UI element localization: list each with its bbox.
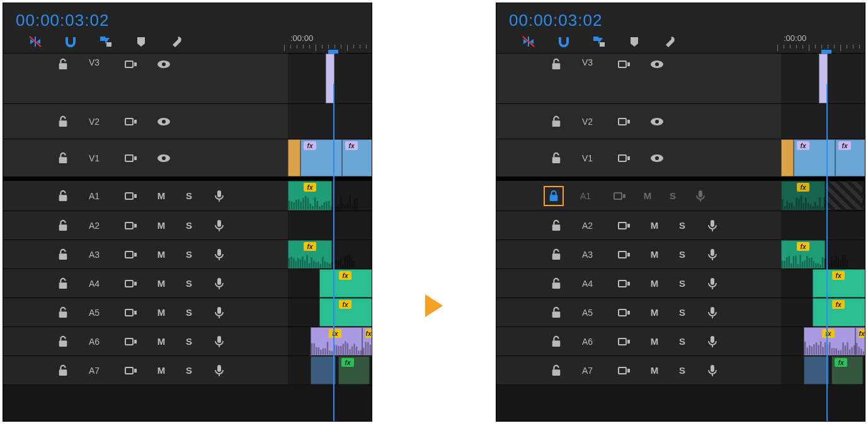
sync-lock-icon[interactable] — [617, 57, 631, 71]
mute-toggle[interactable]: M — [650, 220, 659, 231]
track-label[interactable]: V2 — [582, 117, 598, 127]
voice-record-toggle[interactable] — [212, 219, 226, 233]
audio-clip[interactable] — [311, 356, 336, 385]
audio-clip[interactable]: fx — [831, 356, 863, 385]
solo-toggle[interactable]: S — [185, 249, 193, 260]
video-clip[interactable]: fx — [794, 139, 835, 176]
track-content[interactable]: fx — [781, 298, 865, 327]
track-content[interactable]: fx — [288, 181, 372, 211]
sync-lock-icon[interactable] — [613, 189, 627, 203]
video-clip[interactable] — [781, 139, 794, 176]
playhead-line[interactable] — [826, 84, 828, 421]
video-clip[interactable]: fx — [300, 139, 342, 176]
audio-clip[interactable]: fx — [781, 240, 825, 269]
sync-lock-icon[interactable] — [124, 277, 138, 291]
track-content[interactable] — [288, 54, 372, 103]
solo-toggle[interactable]: S — [185, 220, 193, 231]
audio-clip[interactable] — [804, 356, 829, 385]
solo-toggle[interactable]: S — [668, 190, 677, 201]
sync-lock-icon[interactable] — [617, 364, 631, 378]
solo-toggle[interactable]: S — [678, 336, 687, 347]
track-content[interactable]: fx — [288, 298, 372, 327]
track-label[interactable]: A7 — [582, 366, 598, 376]
solo-toggle[interactable]: S — [678, 249, 687, 260]
mute-toggle[interactable]: M — [157, 307, 166, 318]
sync-lock-icon[interactable] — [617, 151, 631, 165]
linked-selection-icon[interactable] — [592, 35, 606, 49]
lock-toggle[interactable] — [56, 189, 70, 203]
track-label[interactable]: V2 — [89, 117, 105, 127]
timecode-display[interactable]: 00:00:03:02 — [496, 3, 865, 30]
sync-lock-icon[interactable] — [124, 306, 138, 320]
lock-toggle[interactable] — [549, 306, 563, 320]
sync-lock-icon[interactable] — [617, 277, 631, 291]
audio-clip[interactable]: fx — [311, 327, 362, 356]
sync-lock-icon[interactable] — [124, 335, 138, 349]
voice-record-toggle[interactable] — [705, 248, 719, 262]
track-label[interactable]: V3 — [582, 57, 598, 67]
visibility-toggle[interactable] — [650, 115, 664, 129]
mute-toggle[interactable]: M — [157, 249, 166, 260]
lock-toggle[interactable] — [549, 151, 563, 165]
voice-record-toggle[interactable] — [212, 335, 226, 349]
track-content[interactable]: fx — [781, 240, 865, 269]
solo-toggle[interactable]: S — [185, 365, 193, 376]
track-content[interactable] — [781, 54, 865, 103]
marker-icon[interactable] — [627, 35, 641, 49]
snap-icon[interactable] — [64, 35, 77, 49]
track-label[interactable]: V1 — [582, 153, 598, 163]
audio-clip[interactable]: fx — [319, 269, 372, 298]
mute-toggle[interactable]: M — [650, 249, 659, 260]
sync-lock-icon[interactable] — [617, 248, 631, 262]
lock-toggle[interactable] — [549, 219, 563, 233]
mute-toggle[interactable]: M — [157, 220, 166, 231]
voice-record-toggle[interactable] — [705, 219, 719, 233]
linked-selection-icon[interactable] — [99, 35, 113, 49]
insert-mode-icon[interactable] — [28, 35, 42, 49]
audio-clip[interactable]: fx — [288, 181, 332, 211]
wrench-icon[interactable] — [169, 35, 183, 49]
mute-toggle[interactable]: M — [650, 365, 659, 376]
voice-record-toggle[interactable] — [705, 364, 719, 378]
snap-icon[interactable] — [557, 35, 571, 49]
track-content[interactable]: fxfx — [781, 139, 865, 176]
voice-record-toggle[interactable] — [705, 335, 719, 349]
track-content[interactable] — [781, 211, 865, 240]
track-content[interactable]: fx — [781, 269, 865, 298]
sync-lock-icon[interactable] — [124, 364, 138, 378]
lock-toggle[interactable] — [56, 335, 70, 349]
mute-toggle[interactable]: M — [157, 190, 166, 201]
visibility-toggle[interactable] — [650, 57, 664, 71]
lock-toggle[interactable] — [56, 306, 70, 320]
track-content[interactable]: fx — [781, 356, 865, 385]
sync-lock-icon[interactable] — [617, 219, 631, 233]
track-content[interactable]: fxfx — [288, 139, 372, 176]
video-clip[interactable] — [288, 139, 300, 176]
solo-toggle[interactable]: S — [678, 278, 687, 289]
track-content[interactable]: fx — [288, 269, 372, 298]
audio-clip[interactable]: fx — [813, 298, 865, 327]
track-label[interactable]: A4 — [582, 279, 598, 289]
video-clip[interactable]: fx — [835, 139, 865, 176]
mute-toggle[interactable]: M — [157, 336, 166, 347]
mute-toggle[interactable]: M — [650, 307, 659, 318]
lock-toggle[interactable] — [549, 115, 563, 129]
audio-clip[interactable]: fx — [813, 269, 865, 298]
track-content[interactable] — [781, 104, 865, 139]
solo-toggle[interactable]: S — [185, 307, 193, 318]
audio-clip-locked[interactable]: fx — [781, 181, 825, 211]
track-content[interactable]: fxfx — [288, 327, 372, 356]
track-content[interactable] — [288, 211, 372, 240]
lock-toggle-active[interactable] — [544, 186, 564, 206]
track-content[interactable] — [288, 104, 372, 139]
voice-record-toggle[interactable] — [212, 306, 226, 320]
mute-toggle[interactable]: M — [643, 190, 652, 201]
track-label[interactable]: A4 — [89, 279, 105, 289]
solo-toggle[interactable]: S — [678, 365, 687, 376]
track-label[interactable]: A6 — [89, 337, 105, 347]
track-label[interactable]: A1 — [89, 191, 105, 201]
wrench-icon[interactable] — [663, 35, 677, 49]
track-content[interactable]: fx — [288, 240, 372, 269]
lock-toggle[interactable] — [549, 277, 563, 291]
playhead-line[interactable] — [333, 84, 334, 421]
